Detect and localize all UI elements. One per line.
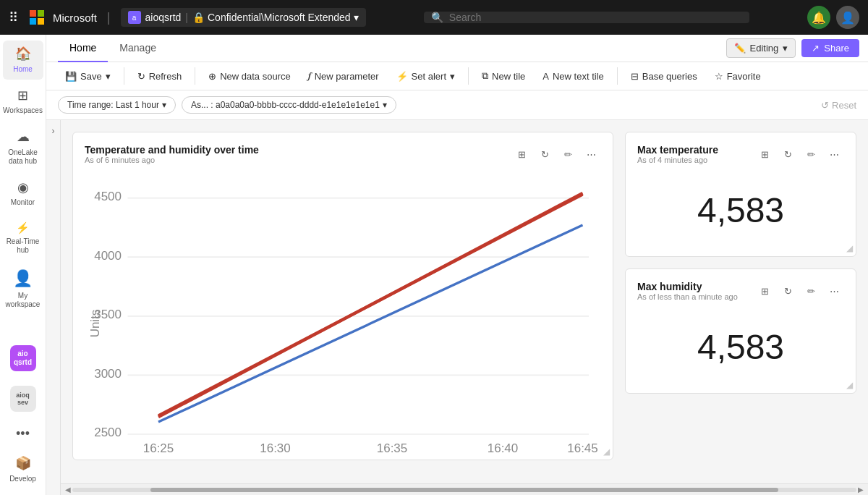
chart-edit-button[interactable]: ✏ <box>558 144 578 164</box>
alert-chevron-icon: ▾ <box>450 71 455 82</box>
max-temp-grid-button[interactable]: ⊞ <box>754 144 775 164</box>
develop-label: Develop <box>9 475 36 483</box>
max-temp-refresh-button[interactable]: ↻ <box>778 144 798 164</box>
right-buttons: ✏️ Editing ▾ ↗ Share <box>718 38 868 58</box>
max-humidity-grid-button[interactable]: ⊞ <box>754 281 775 301</box>
max-humidity-resize-handle[interactable]: ◢ <box>846 380 853 390</box>
home-icon: 🏠 <box>15 46 31 62</box>
max-temp-resize-handle[interactable]: ◢ <box>846 243 853 253</box>
svg-line-17 <box>158 193 583 417</box>
chart-grid-button[interactable]: ⊞ <box>511 144 532 164</box>
search-bar[interactable]: 🔍 <box>424 12 749 23</box>
chart-more-button[interactable]: ⋯ <box>581 144 601 164</box>
chart-tile-actions: ⊞ ↻ ✏ ⋯ <box>511 144 601 164</box>
time-range-filter[interactable]: Time range: Last 1 hour ▾ <box>58 96 176 114</box>
page-collapse-button[interactable]: › <box>46 120 61 495</box>
chevron-down-icon: ▾ <box>783 43 788 54</box>
sidebar-item-monitor[interactable]: ◉ Monitor <box>3 174 43 213</box>
datasource-icon: ⊕ <box>208 71 216 82</box>
sidebar-item-myworkspace[interactable]: 👤 My workspace <box>3 263 43 314</box>
max-temp-title: Max temperature <box>637 144 718 156</box>
search-input[interactable] <box>449 12 742 23</box>
sidebar-item-workspace1[interactable]: aioqsrtd <box>6 339 41 377</box>
more-button[interactable]: ••• <box>10 420 35 447</box>
workspace-label: 🔒 Confidential\Microsoft Extended ▾ <box>192 12 359 23</box>
time-range-label: Time range: Last 1 hour <box>67 100 159 110</box>
share-icon: ↗ <box>812 43 820 54</box>
sidebar-item-workspaces[interactable]: ⊞ Workspaces <box>3 82 43 122</box>
chart-resize-handle[interactable]: ◢ <box>603 447 610 457</box>
datasource-filter[interactable]: As... : a0a0a0a0-bbbb-cccc-dddd-e1e1e1e1… <box>182 96 396 114</box>
sidebar-myworkspace-label: My workspace <box>6 292 41 309</box>
filter-bar: Time range: Last 1 hour ▾ As... : a0a0a0… <box>46 90 868 120</box>
develop-icon: 📦 <box>15 456 31 472</box>
svg-text:Units: Units <box>88 310 102 338</box>
new-parameter-button[interactable]: 𝒇 New parameter <box>301 67 386 85</box>
max-humidity-more-button[interactable]: ⋯ <box>824 281 844 301</box>
topbar-divider: | <box>107 10 111 25</box>
pencil-icon: ✏️ <box>734 43 746 54</box>
scroll-right-arrow[interactable]: ▶ <box>856 484 865 495</box>
svg-line-18 <box>158 225 583 422</box>
base-queries-button[interactable]: ⊟ Base queries <box>624 67 705 85</box>
new-tile-button[interactable]: ⧉ New tile <box>475 67 532 85</box>
dashboard: Temperature and humidity over time As of… <box>61 120 868 483</box>
editing-button[interactable]: ✏️ Editing ▾ <box>726 38 796 58</box>
workspace-name: aioqsrtd <box>145 12 182 23</box>
workspace1-icon: aioqsrtd <box>10 345 36 371</box>
grid-menu-icon[interactable]: ⠿ <box>9 9 18 25</box>
reset-label: Reset <box>832 100 856 111</box>
editing-label: Editing <box>750 43 779 54</box>
avatar[interactable]: 👤 <box>836 6 859 29</box>
save-button[interactable]: 💾 Save ▾ <box>58 67 118 85</box>
sidebar-item-realtime[interactable]: ⚡ Real-Time hub <box>3 216 43 261</box>
notification-icon[interactable]: 🔔 <box>807 6 830 29</box>
scroll-left-arrow[interactable]: ◀ <box>64 484 72 495</box>
sidebar: 🏠 Home ⊞ Workspaces ☁ OneLake data hub ◉… <box>0 35 46 495</box>
max-temp-edit-button[interactable]: ✏ <box>801 144 821 164</box>
topbar-right: 🔔 👤 <box>807 6 859 29</box>
set-alert-button[interactable]: ⚡ Set alert ▾ <box>389 67 462 85</box>
max-temp-actions: ⊞ ↻ ✏ ⋯ <box>754 144 844 164</box>
favorite-button[interactable]: ☆ Favorite <box>707 67 768 85</box>
right-column: Max temperature As of 4 minutes ago ⊞ ↻ … <box>625 132 856 460</box>
svg-text:16:40: 16:40 <box>488 442 519 456</box>
reset-button[interactable]: ↺ Reset <box>821 100 856 111</box>
sidebar-monitor-label: Monitor <box>11 198 35 207</box>
tab-manage[interactable]: Manage <box>108 35 168 62</box>
separator <box>124 67 124 85</box>
datasource-chevron: ▾ <box>383 100 387 110</box>
max-humidity-refresh-button[interactable]: ↻ <box>778 281 798 301</box>
queries-icon: ⊟ <box>631 71 639 82</box>
scrollbar-track[interactable] <box>72 488 856 492</box>
max-temp-more-button[interactable]: ⋯ <box>824 144 844 164</box>
new-text-button[interactable]: A New text tile <box>535 67 610 85</box>
brand-name: Microsoft <box>53 12 97 24</box>
max-humidity-edit-button[interactable]: ✏ <box>801 281 821 301</box>
save-chevron-icon: ▾ <box>106 71 111 82</box>
scrollbar-thumb <box>150 488 778 492</box>
realtime-icon: ⚡ <box>16 221 30 234</box>
separator <box>468 67 469 85</box>
sidebar-item-workspace2[interactable]: aioqsev <box>6 380 41 418</box>
svg-text:3000: 3000 <box>94 367 122 381</box>
share-label: Share <box>824 43 849 54</box>
svg-text:16:35: 16:35 <box>377 442 408 456</box>
sidebar-item-onelake[interactable]: ☁ OneLake data hub <box>3 124 43 172</box>
sidebar-item-home[interactable]: 🏠 Home <box>3 41 43 80</box>
max-humidity-title: Max humidity <box>637 281 738 292</box>
sidebar-item-develop[interactable]: 📦 Develop <box>3 450 43 489</box>
workspace-icon: a <box>128 11 141 24</box>
refresh-button[interactable]: ↻ Refresh <box>130 67 190 85</box>
monitor-icon: ◉ <box>17 180 29 196</box>
reset-icon: ↺ <box>821 100 829 111</box>
svg-text:16:25: 16:25 <box>143 442 174 456</box>
time-range-chevron: ▾ <box>162 100 166 110</box>
max-humidity-value: 4,583 <box>637 313 844 381</box>
tab-home[interactable]: Home <box>58 35 108 62</box>
share-button[interactable]: ↗ Share <box>801 39 859 57</box>
chart-refresh-button[interactable]: ↻ <box>535 144 555 164</box>
new-datasource-button[interactable]: ⊕ New data source <box>201 67 298 85</box>
workspace-selector[interactable]: a aioqsrtd | 🔒 Confidential\Microsoft Ex… <box>121 8 366 27</box>
combined-toprow: Home Manage ✏️ Editing ▾ ↗ Share <box>46 35 868 62</box>
